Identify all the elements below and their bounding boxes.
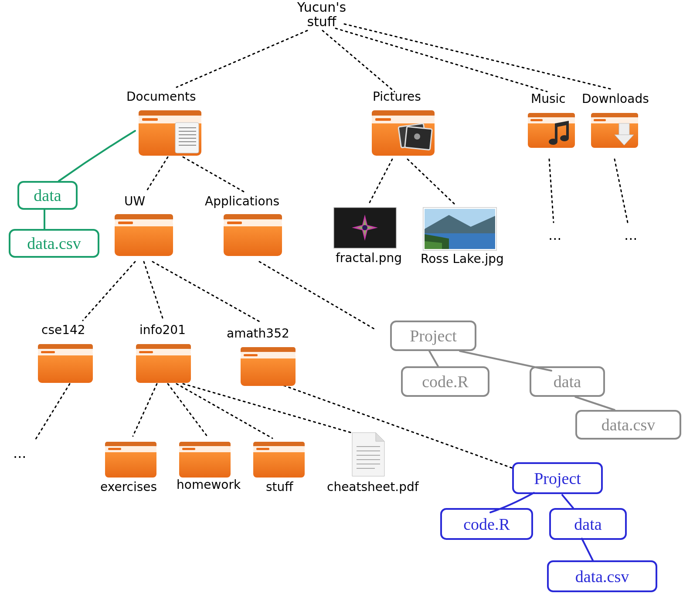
- svg-point-97: [362, 225, 367, 230]
- cse142-folder-icon: [35, 338, 96, 388]
- homework-folder-icon: [177, 436, 233, 481]
- exercises-label: exercises: [100, 480, 157, 494]
- svg-line-3: [344, 24, 612, 89]
- info201-folder-icon: [133, 338, 194, 388]
- svg-line-23: [575, 397, 615, 410]
- rosslake-label: Ross Lake.jpg: [421, 252, 504, 266]
- svg-line-4: [146, 157, 168, 192]
- svg-rect-40: [375, 118, 391, 121]
- ellipsis-cse142: ...: [13, 445, 27, 461]
- svg-line-17: [177, 384, 272, 438]
- svg-rect-83: [182, 448, 195, 450]
- uw-label: UW: [124, 194, 145, 208]
- svg-point-48: [549, 139, 557, 145]
- svg-line-0: [177, 31, 307, 87]
- svg-point-49: [560, 135, 569, 141]
- music-folder-icon: [525, 107, 578, 152]
- svg-line-15: [133, 384, 157, 436]
- gray-project-box: Project: [390, 321, 476, 351]
- blue-data-box: data: [549, 508, 627, 540]
- svg-line-10: [83, 262, 135, 321]
- blue-code-box: code.R: [440, 508, 533, 540]
- music-label: Music: [531, 92, 566, 106]
- svg-line-5: [183, 157, 244, 192]
- svg-rect-87: [256, 448, 269, 450]
- exercises-folder-icon: [102, 436, 159, 481]
- applications-label: Applications: [205, 194, 279, 208]
- pictures-label: Pictures: [373, 89, 421, 104]
- svg-point-43: [414, 133, 420, 140]
- svg-rect-71: [139, 351, 153, 353]
- fractal-label: fractal.png: [336, 251, 402, 265]
- svg-line-9: [615, 159, 628, 222]
- blue-project-box: Project: [512, 462, 603, 494]
- blue-datacsv-box: data.csv: [547, 560, 657, 592]
- green-datacsv-box: data.csv: [9, 229, 99, 258]
- fractal-thumbnail: [333, 207, 397, 250]
- svg-line-11: [144, 262, 163, 321]
- svg-line-21: [429, 351, 438, 366]
- svg-line-7: [408, 159, 455, 205]
- svg-line-12: [153, 262, 262, 323]
- svg-rect-29: [142, 118, 158, 121]
- documents-label: Documents: [126, 89, 196, 104]
- svg-line-18: [183, 384, 370, 438]
- svg-rect-67: [41, 351, 55, 353]
- svg-rect-75: [244, 354, 258, 356]
- ellipsis-music: ...: [548, 227, 562, 243]
- gray-code-box: code.R: [401, 366, 489, 397]
- svg-rect-47: [530, 119, 543, 121]
- svg-rect-53: [594, 119, 606, 121]
- applications-folder-icon: [220, 207, 285, 261]
- ellipsis-downloads: ...: [624, 227, 638, 243]
- gray-datacsv-box: data.csv: [575, 410, 681, 440]
- svg-line-14: [259, 262, 375, 329]
- cheatsheet-file-icon: [349, 431, 388, 481]
- pictures-folder-icon: [368, 102, 438, 161]
- svg-line-25: [582, 539, 593, 560]
- svg-line-16: [168, 384, 207, 436]
- downloads-label: Downloads: [582, 92, 649, 106]
- cheatsheet-label: cheatsheet.pdf: [327, 480, 419, 494]
- cse142-label: cse142: [41, 323, 85, 337]
- info201-label: info201: [139, 323, 186, 337]
- svg-rect-79: [108, 448, 121, 450]
- svg-line-13: [35, 384, 70, 440]
- gray-data-box: data: [530, 366, 605, 397]
- documents-folder-icon: [135, 102, 205, 161]
- connectors-layer: [0, 0, 700, 597]
- svg-rect-63: [227, 222, 242, 224]
- downloads-folder-icon: [588, 107, 641, 152]
- amath352-folder-icon: [238, 341, 299, 391]
- stuff-label: stuff: [266, 480, 293, 494]
- root-title: Yucun's stuff: [282, 0, 361, 29]
- homework-label: homework: [177, 478, 241, 492]
- uw-folder-icon: [111, 207, 177, 261]
- svg-rect-54: [619, 123, 629, 136]
- svg-line-2: [336, 28, 547, 92]
- svg-line-24: [562, 495, 573, 508]
- amath352-label: amath352: [227, 326, 289, 341]
- svg-line-1: [323, 31, 394, 92]
- svg-rect-59: [118, 222, 133, 224]
- rosslake-thumbnail: [423, 207, 497, 252]
- svg-line-8: [549, 159, 554, 222]
- stuff-folder-icon: [251, 436, 307, 481]
- svg-line-6: [368, 159, 392, 205]
- green-data-box: data: [17, 181, 78, 210]
